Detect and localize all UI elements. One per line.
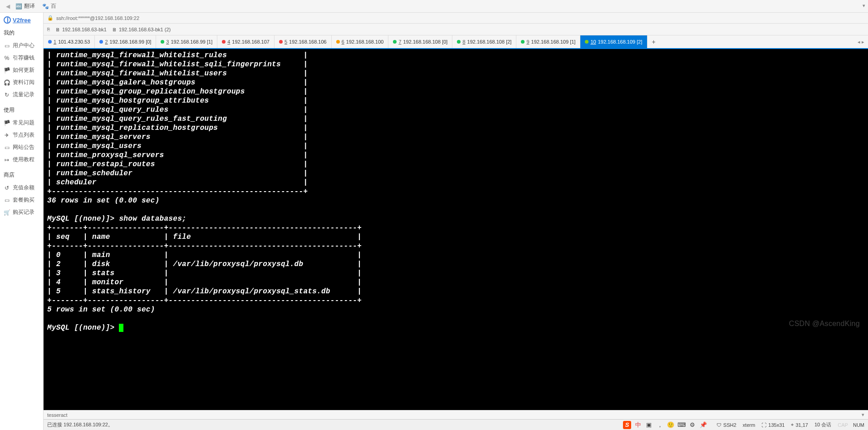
sidebar-item[interactable]: ↦使用教程 [2, 153, 41, 166]
session-tab[interactable]: 1101.43.230.53 [44, 35, 95, 48]
ssh-title-bar: 🔒 ssh://root:******@192.168.168.109:22 ▾ [44, 13, 868, 24]
pin-icon[interactable]: 📌 [699, 421, 707, 429]
sidebar-item-label: 节点列表 [13, 131, 34, 139]
tab-label: 192.168.168.99 [1] [171, 39, 212, 44]
nav-back-icon[interactable]: ◀ [4, 2, 12, 10]
sidebar-item-icon: ▭ [4, 144, 10, 151]
left-sidebar: V2free 我的▭用户中心%引荐赚钱🏴如何更新🎧资料订阅↻流量记录使用🏴常见问… [0, 13, 44, 430]
tab-number: 6 [342, 39, 344, 44]
terminal[interactable]: | runtime_mysql_firewall_whitelist_rules… [44, 49, 868, 410]
tab-number: 1 [54, 39, 56, 44]
session-tab[interactable]: 5192.168.168.106 [275, 35, 332, 48]
tab-number: 4 [227, 39, 230, 44]
file-tab-label: 192.168.168.63-bk1 (2) [119, 27, 171, 32]
translate-link[interactable]: 🔤 翻译 [15, 2, 35, 10]
session-tab[interactable]: 2192.168.168.99 [0] [95, 35, 156, 48]
status-dot-icon [99, 40, 103, 44]
sidebar-item[interactable]: ↻流量记录 [2, 89, 41, 101]
settings-icon[interactable]: ⚙ [688, 421, 696, 429]
tab-number: 3 [166, 39, 169, 44]
status-dot-icon [585, 40, 588, 44]
sidebar-item-icon: 🏴 [4, 120, 10, 126]
status-ssh: 🛡SSH2 [716, 422, 736, 428]
sidebar-item-icon: ▭ [4, 43, 10, 49]
file-tab-label: 192.168.168.63-bk1 [62, 27, 107, 32]
tab-number: 9 [526, 39, 529, 44]
status-connected: 已连接 192.168.168.109:22。 [47, 421, 113, 428]
sidebar-item[interactable]: 🎧资料订阅 [2, 76, 41, 89]
file-tabs: ⎘ 🗎 192.168.168.63-bk1 🗎 192.168.168.63-… [44, 24, 868, 35]
session-tab[interactable]: 7192.168.168.108 [0] [388, 35, 452, 48]
globe-icon [4, 16, 11, 24]
file-tab-anchor[interactable]: ⎘ [47, 27, 50, 32]
browser-toolbar: ◀ 🔤 翻译 🐾 百 [0, 0, 868, 13]
session-tab[interactable]: 4192.168.168.107 [217, 35, 275, 48]
status-dot-icon [393, 40, 397, 44]
tab-label: 101.43.230.53 [58, 39, 90, 44]
sidebar-item-label: 套餐购买 [13, 196, 34, 204]
sidebar-item[interactable]: ▭用户中心 [2, 40, 41, 52]
sidebar-item-label: 购买记录 [13, 208, 34, 216]
logo-text: V2free [13, 17, 31, 24]
emoji-icon[interactable]: 🙂 [667, 421, 675, 429]
session-tab[interactable]: 9192.168.168.109 [1] [516, 35, 580, 48]
status-dot-icon [336, 40, 340, 44]
sidebar-item[interactable]: 🛒购买记录 [2, 206, 41, 218]
bottom-info-bar: tesseract ▾ [44, 410, 868, 419]
tab-label: 192.168.168.109 [1] [531, 39, 576, 44]
tab-label: 192.168.168.99 [0] [110, 39, 152, 44]
ime-cn-icon[interactable]: 中 [634, 421, 642, 429]
doc-icon: 🗎 [112, 27, 117, 32]
status-dot-icon [48, 40, 52, 44]
status-bar: 已连接 192.168.168.109:22。 S 中 ▣ ， 🙂 ⌨ ⚙ 📌 … [44, 419, 868, 430]
tab-number: 10 [590, 39, 596, 44]
sidebar-heading: 商店 [2, 171, 41, 179]
session-nav-arrows[interactable]: ◂ ▸ [854, 39, 868, 45]
ime-sogou-icon[interactable]: S [623, 421, 631, 429]
session-tab[interactable]: 6192.168.168.100 [332, 35, 389, 48]
right-pane: 🔒 ssh://root:******@192.168.168.109:22 ▾… [44, 13, 868, 430]
tab-label: 192.168.168.109 [2] [598, 39, 642, 44]
sidebar-item-icon: ↻ [4, 92, 10, 98]
anchor-icon: ⎘ [47, 27, 50, 32]
bottom-info-text: tesseract [47, 412, 68, 418]
tab-number: 2 [105, 39, 108, 44]
bottom-expand-icon[interactable]: ▾ [862, 412, 864, 418]
status-dot-icon [521, 40, 525, 44]
sidebar-item[interactable]: 🏴常见问题 [2, 117, 41, 129]
status-size: ⛶135x31 [761, 422, 785, 428]
session-tab[interactable]: 10192.168.168.109 [2] [580, 35, 647, 48]
sidebar-item[interactable]: 🏴如何更新 [2, 64, 41, 76]
tab-number: 8 [462, 39, 465, 44]
collapse-icon[interactable]: ▾ [863, 3, 865, 9]
baidu-link[interactable]: 🐾 百 [42, 2, 56, 10]
sidebar-item-label: 网站公告 [13, 143, 34, 151]
sidebar-item[interactable]: ▭套餐购买 [2, 194, 41, 206]
sidebar-item-label: 充值余额 [13, 184, 34, 192]
sidebar-item[interactable]: ▭网站公告 [2, 141, 41, 153]
session-tab[interactable]: 8192.168.168.108 [2] [452, 35, 516, 48]
status-dot-icon [222, 40, 226, 44]
sidebar-item-label: 如何更新 [13, 66, 34, 74]
v2free-logo[interactable]: V2free [2, 16, 41, 24]
ime-full-icon[interactable]: ▣ [645, 421, 653, 429]
tab-label: 192.168.168.106 [289, 39, 327, 44]
status-cursor: ⌖31,17 [791, 422, 808, 428]
session-tab[interactable]: 3192.168.168.99 [1] [156, 35, 217, 48]
lock-icon: 🔒 [47, 15, 54, 21]
system-tray: S 中 ▣ ， 🙂 ⌨ ⚙ 📌 [620, 420, 710, 430]
sidebar-item[interactable]: %引荐赚钱 [2, 52, 41, 64]
sidebar-item-label: 流量记录 [13, 91, 34, 99]
file-tab-1[interactable]: 🗎 192.168.168.63-bk1 [55, 27, 107, 32]
sidebar-item-label: 资料订阅 [13, 79, 34, 86]
sidebar-item[interactable]: ↺充值余额 [2, 182, 41, 194]
punct-icon[interactable]: ， [656, 421, 664, 429]
sidebar-item-label: 用户中心 [13, 42, 34, 49]
new-session-button[interactable]: + [647, 38, 660, 45]
sidebar-item-icon: ✈ [4, 132, 10, 138]
file-tab-2[interactable]: 🗎 192.168.168.63-bk1 (2) [112, 27, 171, 32]
tab-label: 192.168.168.108 [0] [403, 39, 448, 44]
keypad-icon[interactable]: ⌨ [677, 421, 686, 429]
sidebar-item-icon: ↺ [4, 185, 10, 191]
sidebar-item[interactable]: ✈节点列表 [2, 129, 41, 141]
